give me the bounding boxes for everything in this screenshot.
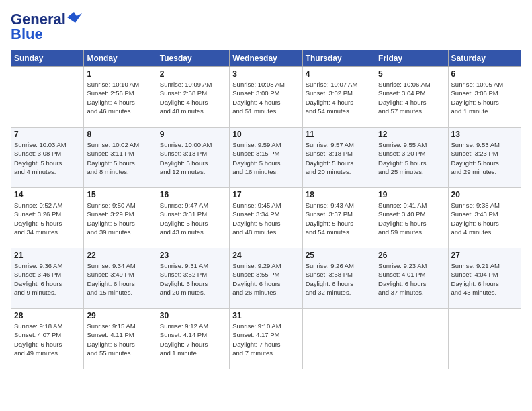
calendar-cell: 10Sunrise: 9:59 AM Sunset: 3:15 PM Dayli… (230, 128, 302, 188)
calendar-cell: 18Sunrise: 9:43 AM Sunset: 3:37 PM Dayli… (302, 188, 375, 248)
weekday-header-sunday: Sunday (11, 50, 84, 67)
day-info: Sunrise: 9:57 AM Sunset: 3:18 PM Dayligh… (306, 140, 372, 176)
day-info: Sunrise: 9:55 AM Sunset: 3:20 PM Dayligh… (378, 140, 445, 176)
day-number: 23 (160, 250, 226, 260)
day-number: 31 (232, 311, 299, 320)
calendar-cell (448, 309, 521, 369)
week-row-3: 14Sunrise: 9:52 AM Sunset: 3:26 PM Dayli… (11, 188, 521, 248)
day-info: Sunrise: 10:06 AM Sunset: 3:04 PM Daylig… (378, 80, 445, 116)
calendar-cell: 7Sunrise: 10:03 AM Sunset: 3:08 PM Dayli… (11, 128, 84, 188)
calendar-cell: 17Sunrise: 9:45 AM Sunset: 3:34 PM Dayli… (230, 188, 302, 248)
calendar-cell: 11Sunrise: 9:57 AM Sunset: 3:18 PM Dayli… (302, 128, 375, 188)
day-number: 2 (160, 69, 226, 79)
calendar-cell: 25Sunrise: 9:26 AM Sunset: 3:58 PM Dayli… (302, 248, 375, 309)
calendar-cell (11, 67, 84, 128)
day-info: Sunrise: 9:18 AM Sunset: 4:07 PM Dayligh… (14, 322, 81, 357)
svg-marker-0 (67, 12, 82, 23)
calendar-cell: 2Sunrise: 10:09 AM Sunset: 2:58 PM Dayli… (157, 67, 229, 128)
weekday-header-thursday: Thursday (302, 50, 375, 67)
calendar-cell: 22Sunrise: 9:34 AM Sunset: 3:49 PM Dayli… (84, 248, 157, 309)
calendar-cell (302, 309, 375, 369)
day-number: 17 (232, 190, 299, 199)
day-number: 6 (451, 69, 518, 79)
calendar-cell: 29Sunrise: 9:15 AM Sunset: 4:11 PM Dayli… (84, 309, 157, 369)
calendar-cell: 31Sunrise: 9:10 AM Sunset: 4:17 PM Dayli… (230, 309, 302, 369)
day-number: 20 (451, 190, 518, 199)
calendar-cell: 27Sunrise: 9:21 AM Sunset: 4:04 PM Dayli… (448, 248, 521, 309)
day-info: Sunrise: 10:02 AM Sunset: 3:11 PM Daylig… (87, 140, 153, 176)
day-info: Sunrise: 10:10 AM Sunset: 2:56 PM Daylig… (87, 80, 153, 116)
day-number: 29 (87, 311, 153, 320)
calendar-cell: 24Sunrise: 9:29 AM Sunset: 3:55 PM Dayli… (230, 248, 302, 309)
weekday-header-monday: Monday (84, 50, 157, 67)
day-info: Sunrise: 10:05 AM Sunset: 3:06 PM Daylig… (451, 80, 518, 116)
day-number: 15 (87, 190, 153, 199)
day-info: Sunrise: 9:36 AM Sunset: 3:46 PM Dayligh… (14, 261, 81, 297)
day-info: Sunrise: 10:08 AM Sunset: 3:00 PM Daylig… (232, 80, 299, 116)
calendar-cell: 28Sunrise: 9:18 AM Sunset: 4:07 PM Dayli… (11, 309, 84, 369)
calendar-body: 1Sunrise: 10:10 AM Sunset: 2:56 PM Dayli… (11, 67, 521, 369)
day-info: Sunrise: 9:31 AM Sunset: 3:52 PM Dayligh… (160, 261, 226, 297)
day-info: Sunrise: 9:12 AM Sunset: 4:14 PM Dayligh… (160, 322, 226, 357)
weekday-header-tuesday: Tuesday (157, 50, 229, 67)
day-info: Sunrise: 9:53 AM Sunset: 3:23 PM Dayligh… (451, 140, 518, 176)
day-number: 10 (232, 130, 299, 139)
day-info: Sunrise: 10:09 AM Sunset: 2:58 PM Daylig… (160, 80, 226, 116)
day-info: Sunrise: 9:47 AM Sunset: 3:31 PM Dayligh… (160, 201, 226, 236)
day-number: 13 (451, 130, 518, 139)
day-number: 30 (160, 311, 226, 320)
week-row-4: 21Sunrise: 9:36 AM Sunset: 3:46 PM Dayli… (11, 248, 521, 309)
calendar-cell: 3Sunrise: 10:08 AM Sunset: 3:00 PM Dayli… (230, 67, 302, 128)
day-number: 8 (87, 130, 153, 139)
day-info: Sunrise: 9:26 AM Sunset: 3:58 PM Dayligh… (306, 261, 372, 297)
calendar-cell: 23Sunrise: 9:31 AM Sunset: 3:52 PM Dayli… (157, 248, 229, 309)
day-number: 28 (14, 311, 81, 320)
calendar-cell: 20Sunrise: 9:38 AM Sunset: 3:43 PM Dayli… (448, 188, 521, 248)
calendar-cell: 30Sunrise: 9:12 AM Sunset: 4:14 PM Dayli… (157, 309, 229, 369)
day-info: Sunrise: 10:07 AM Sunset: 3:02 PM Daylig… (306, 80, 372, 116)
calendar-cell: 12Sunrise: 9:55 AM Sunset: 3:20 PM Dayli… (375, 128, 448, 188)
day-number: 3 (232, 69, 299, 79)
day-number: 14 (14, 190, 81, 199)
day-info: Sunrise: 9:10 AM Sunset: 4:17 PM Dayligh… (232, 322, 299, 357)
day-number: 18 (306, 190, 372, 199)
day-number: 22 (87, 250, 153, 260)
day-info: Sunrise: 9:52 AM Sunset: 3:26 PM Dayligh… (14, 201, 81, 236)
day-info: Sunrise: 9:50 AM Sunset: 3:29 PM Dayligh… (87, 201, 153, 236)
calendar-cell: 19Sunrise: 9:41 AM Sunset: 3:40 PM Dayli… (375, 188, 448, 248)
calendar-cell: 1Sunrise: 10:10 AM Sunset: 2:56 PM Dayli… (84, 67, 157, 128)
week-row-2: 7Sunrise: 10:03 AM Sunset: 3:08 PM Dayli… (11, 128, 521, 188)
calendar-cell: 15Sunrise: 9:50 AM Sunset: 3:29 PM Dayli… (84, 188, 157, 248)
logo-blue: Blue (11, 26, 43, 43)
day-number: 24 (232, 250, 299, 260)
day-number: 25 (306, 250, 372, 260)
day-number: 7 (14, 130, 81, 139)
day-info: Sunrise: 9:23 AM Sunset: 4:01 PM Dayligh… (378, 261, 445, 297)
week-row-1: 1Sunrise: 10:10 AM Sunset: 2:56 PM Dayli… (11, 67, 521, 128)
day-info: Sunrise: 9:29 AM Sunset: 3:55 PM Dayligh… (232, 261, 299, 297)
weekday-header-row: SundayMondayTuesdayWednesdayThursdayFrid… (11, 50, 521, 67)
day-number: 1 (87, 69, 153, 79)
logo: General Blue (11, 11, 82, 43)
calendar-cell: 26Sunrise: 9:23 AM Sunset: 4:01 PM Dayli… (375, 248, 448, 309)
day-info: Sunrise: 9:15 AM Sunset: 4:11 PM Dayligh… (87, 322, 153, 357)
day-info: Sunrise: 9:41 AM Sunset: 3:40 PM Dayligh… (378, 201, 445, 236)
day-info: Sunrise: 9:38 AM Sunset: 3:43 PM Dayligh… (451, 201, 518, 236)
calendar-cell: 16Sunrise: 9:47 AM Sunset: 3:31 PM Dayli… (157, 188, 229, 248)
logo-bird-icon (67, 12, 82, 23)
week-row-5: 28Sunrise: 9:18 AM Sunset: 4:07 PM Dayli… (11, 309, 521, 369)
calendar-cell: 9Sunrise: 10:00 AM Sunset: 3:13 PM Dayli… (157, 128, 229, 188)
day-number: 27 (451, 250, 518, 260)
calendar-cell: 6Sunrise: 10:05 AM Sunset: 3:06 PM Dayli… (448, 67, 521, 128)
calendar-cell: 4Sunrise: 10:07 AM Sunset: 3:02 PM Dayli… (302, 67, 375, 128)
day-info: Sunrise: 9:45 AM Sunset: 3:34 PM Dayligh… (232, 201, 299, 236)
day-number: 9 (160, 130, 226, 139)
weekday-header-wednesday: Wednesday (230, 50, 302, 67)
page-header: General Blue (11, 11, 521, 43)
day-number: 21 (14, 250, 81, 260)
day-info: Sunrise: 9:21 AM Sunset: 4:04 PM Dayligh… (451, 261, 518, 297)
day-info: Sunrise: 9:34 AM Sunset: 3:49 PM Dayligh… (87, 261, 153, 297)
day-info: Sunrise: 10:03 AM Sunset: 3:08 PM Daylig… (14, 140, 81, 176)
day-number: 16 (160, 190, 226, 199)
calendar-cell: 5Sunrise: 10:06 AM Sunset: 3:04 PM Dayli… (375, 67, 448, 128)
